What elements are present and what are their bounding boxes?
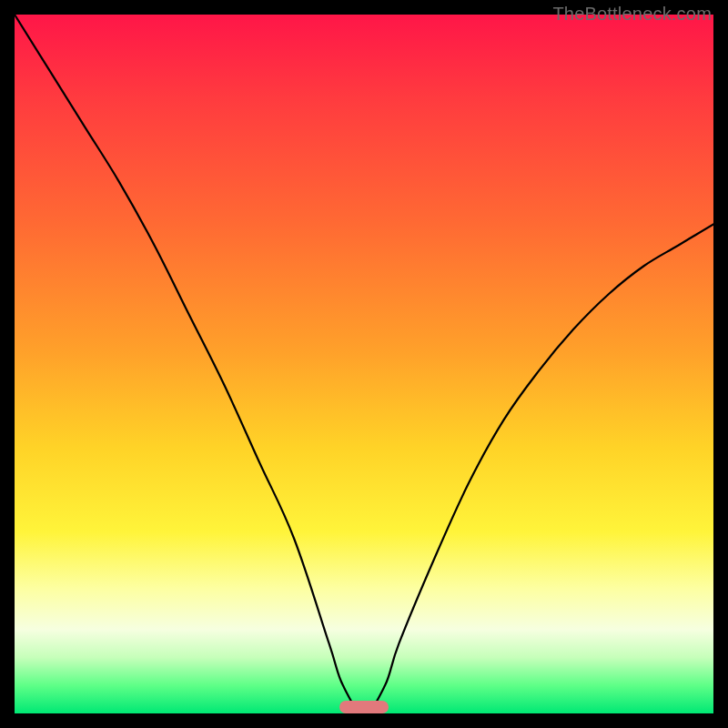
optimal-marker [339,701,389,713]
chart-canvas: TheBottleneck.com [0,0,728,728]
watermark-text: TheBottleneck.com [552,4,712,25]
plot-area [15,15,713,713]
bottleneck-curve [15,15,713,713]
